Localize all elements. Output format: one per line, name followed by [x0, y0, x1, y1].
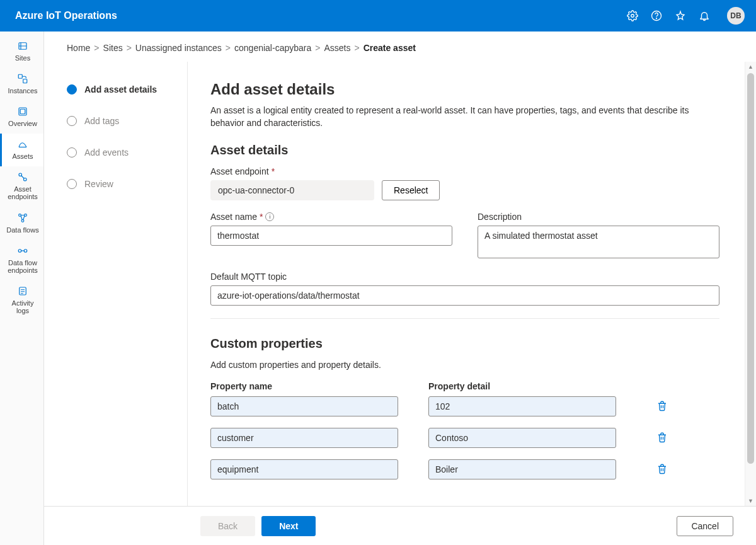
rail-item-assets[interactable]: Assets: [0, 134, 43, 166]
default-mqtt-input[interactable]: [210, 285, 719, 306]
required-marker: *: [260, 212, 263, 222]
settings-icon[interactable]: [626, 9, 639, 22]
rail-label: Assets: [12, 152, 33, 160]
asset-name-input[interactable]: [210, 226, 452, 246]
rail-label: Activity logs: [4, 299, 41, 314]
property-detail-input[interactable]: [428, 459, 616, 479]
top-header: Azure IoT Operations DB: [0, 0, 756, 32]
user-avatar[interactable]: DB: [727, 7, 745, 25]
wizard-steps: Add asset details Add tags Add events Re…: [44, 62, 188, 506]
breadcrumb-sites[interactable]: Sites: [103, 43, 123, 53]
breadcrumb-instance[interactable]: congenial-capybara: [234, 43, 311, 53]
breadcrumb-home[interactable]: Home: [67, 43, 90, 53]
svg-rect-4: [18, 74, 22, 78]
svg-point-0: [631, 14, 634, 18]
property-row: [210, 459, 719, 479]
asset-details-heading: Asset details: [210, 143, 719, 158]
page-intro: An asset is a logical entity created to …: [210, 105, 719, 129]
rail-item-asset-endpoints[interactable]: Asset endpoints: [0, 166, 43, 207]
reselect-button[interactable]: Reselect: [382, 180, 440, 200]
step-indicator-icon: [67, 84, 77, 95]
breadcrumb-sep: >: [354, 43, 359, 53]
property-name-input[interactable]: [210, 428, 398, 448]
custom-properties-sub: Add custom properties and property detai…: [210, 360, 719, 370]
feedback-icon[interactable]: [674, 9, 687, 22]
svg-point-14: [24, 249, 27, 252]
form-scroll-area: Add asset details An asset is a logical …: [188, 62, 756, 506]
rail-label: Instances: [8, 87, 37, 95]
property-row: [210, 396, 719, 416]
scroll-thumb[interactable]: [747, 73, 754, 464]
rail-item-activity-logs[interactable]: Activity logs: [0, 280, 43, 321]
rail-item-sites[interactable]: Sites: [0, 35, 43, 68]
header-actions: DB: [626, 7, 745, 25]
svg-rect-5: [23, 79, 27, 83]
rail-item-overview[interactable]: Overview: [0, 101, 43, 134]
step-add-events[interactable]: Add events: [67, 147, 175, 158]
help-icon[interactable]: [650, 9, 663, 22]
svg-rect-7: [20, 109, 25, 114]
step-label: Add tags: [84, 116, 119, 126]
step-indicator-icon: [67, 116, 77, 126]
description-input[interactable]: A simulated thermostat asset: [478, 226, 719, 258]
cancel-button[interactable]: Cancel: [677, 516, 733, 536]
svg-point-2: [656, 18, 657, 19]
property-name-input[interactable]: [210, 459, 398, 479]
breadcrumb-sep: >: [127, 43, 132, 53]
rail-item-instances[interactable]: Instances: [0, 68, 43, 101]
rail-item-data-flows[interactable]: Data flows: [0, 207, 43, 240]
page-title: Add asset details: [210, 81, 719, 98]
step-review[interactable]: Review: [67, 179, 175, 189]
custom-properties-heading: Custom properties: [210, 336, 719, 351]
property-detail-header: Property detail: [428, 381, 616, 391]
info-icon[interactable]: i: [265, 212, 274, 221]
rail-label: Asset endpoints: [4, 185, 41, 200]
property-headers: Property name Property detail: [210, 381, 719, 391]
breadcrumb-unassigned[interactable]: Unassigned instances: [135, 43, 222, 53]
rail-label: Sites: [15, 54, 30, 62]
notifications-icon[interactable]: [698, 9, 711, 22]
next-button[interactable]: Next: [261, 516, 316, 536]
delete-property-button[interactable]: [656, 463, 669, 476]
app-title: Azure IoT Operations: [15, 10, 626, 21]
step-indicator-icon: [67, 147, 77, 158]
step-label: Review: [84, 179, 113, 189]
default-mqtt-label: Default MQTT topic: [210, 272, 719, 282]
asset-endpoint-label: Asset endpoint *: [210, 166, 719, 176]
rail-label: Overview: [8, 120, 37, 127]
left-rail: Sites Instances Overview Assets Asset en…: [0, 32, 44, 545]
breadcrumb: Home > Sites > Unassigned instances > co…: [44, 32, 756, 62]
delete-property-button[interactable]: [656, 432, 669, 444]
property-row: [210, 428, 719, 448]
breadcrumb-sep: >: [94, 43, 99, 53]
property-detail-input[interactable]: [428, 428, 616, 448]
asset-endpoint-value: opc-ua-connector-0: [210, 180, 374, 200]
breadcrumb-sep: >: [226, 43, 231, 53]
step-add-tags[interactable]: Add tags: [67, 116, 175, 126]
step-label: Add asset details: [84, 84, 157, 95]
breadcrumb-current: Create asset: [364, 43, 416, 53]
delete-property-button[interactable]: [656, 400, 669, 413]
svg-point-13: [18, 249, 21, 252]
breadcrumb-sep: >: [315, 43, 320, 53]
scroll-down-icon[interactable]: ▼: [745, 496, 756, 506]
property-name-input[interactable]: [210, 396, 398, 416]
required-marker: *: [272, 166, 275, 176]
step-add-asset-details[interactable]: Add asset details: [67, 84, 175, 95]
asset-name-label: Asset name * i: [210, 212, 452, 222]
section-divider: [210, 318, 719, 319]
rail-label: Data flows: [6, 226, 38, 234]
rail-label: Data flow endpoints: [4, 259, 41, 274]
property-name-header: Property name: [210, 381, 398, 391]
back-button: Back: [200, 516, 255, 536]
footer-bar: Back Next Cancel: [44, 506, 756, 545]
breadcrumb-assets[interactable]: Assets: [324, 43, 350, 53]
description-label: Description: [478, 212, 719, 222]
rail-item-data-flow-endpoints[interactable]: Data flow endpoints: [0, 240, 43, 280]
property-detail-input[interactable]: [428, 396, 616, 416]
scrollbar[interactable]: ▲ ▼: [745, 62, 756, 506]
scroll-up-icon[interactable]: ▲: [745, 62, 756, 72]
step-label: Add events: [84, 147, 129, 158]
step-indicator-icon: [67, 179, 77, 189]
